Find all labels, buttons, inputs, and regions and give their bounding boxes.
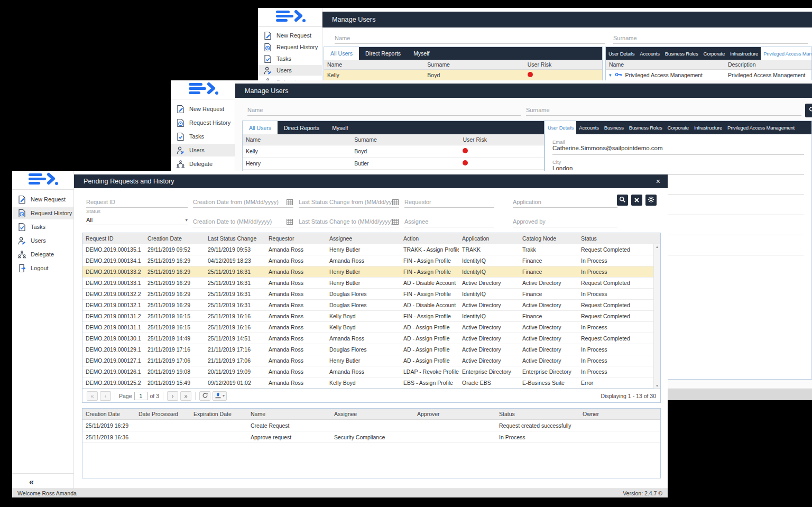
table-row[interactable]: HenryButler [243, 158, 544, 170]
tab-accounts[interactable]: Accounts [637, 47, 662, 60]
table-row[interactable]: DEMO.2019.000129.121/11/2019 17:1621/11/… [82, 344, 660, 355]
sidebar-item-new-request[interactable]: New Request [12, 193, 73, 206]
sidebar-item-tasks[interactable]: Tasks [171, 130, 235, 143]
sidebar-item-logout[interactable]: Logout [12, 262, 73, 274]
filter-input[interactable] [513, 217, 617, 227]
filter-input[interactable] [404, 197, 494, 208]
surname-filter-input[interactable] [526, 105, 801, 116]
cell: E-Business Suite [519, 380, 578, 386]
table-row[interactable]: ▾ Privileged Access Management Privilege… [606, 70, 811, 81]
tab-corporate[interactable]: Corporate [665, 121, 691, 134]
calendar-icon[interactable] [287, 199, 293, 205]
tab-infrastructure[interactable]: Infrastructure [727, 47, 761, 60]
table-row[interactable]: DEMO.2019.000130.125/11/2019 14:4925/11/… [82, 333, 660, 344]
filter-input[interactable] [299, 197, 399, 208]
name-filter-input[interactable] [247, 105, 521, 116]
sidebar-item-delegate[interactable]: Delegate [12, 248, 73, 261]
clear-filters-button[interactable] [631, 195, 642, 206]
filter-field [193, 197, 293, 207]
prev-page-button[interactable]: ‹ [100, 391, 111, 401]
cell: 25/11/2019 14:49 [144, 335, 205, 342]
table-row[interactable]: DEMO.2019.000126.120/11/2019 19:0820/11/… [82, 366, 660, 377]
filter-input[interactable] [193, 197, 293, 208]
sidebar-item-new-request[interactable]: New Request [258, 30, 322, 41]
tab-privileged-access-management[interactable]: Privileged Access Management [725, 121, 797, 134]
tab-business[interactable]: Business [602, 121, 626, 134]
sidebar-item-request-history[interactable]: Request History [171, 116, 235, 129]
table-row[interactable]: DEMO.2019.000133.125/11/2019 16:2925/11/… [82, 278, 660, 289]
tab-privileged-access-management[interactable]: Privileged Access Management [761, 47, 811, 60]
table-row[interactable]: DEMO.2019.000125.220/11/2019 15:4909/12/… [82, 377, 660, 389]
tab-direct-reports[interactable]: Direct Reports [359, 47, 407, 60]
table-row[interactable]: DEMO.2019.000135.129/11/2019 09:5229/11/… [82, 244, 660, 255]
filter-input[interactable] [513, 197, 617, 208]
sidebar-item-users[interactable]: Users [12, 234, 73, 247]
refresh-button[interactable] [199, 391, 210, 401]
table-row[interactable]: DEMO.2019.000133.225/11/2019 16:2925/11/… [82, 266, 660, 278]
name-filter-input[interactable] [335, 33, 605, 44]
table-row[interactable]: DEMO.2019.000134.125/11/2019 16:2904/12/… [82, 255, 660, 266]
table-row[interactable]: DEMO.2019.000131.125/11/2019 16:1525/11/… [82, 322, 660, 333]
calendar-icon[interactable] [287, 218, 293, 225]
table-row[interactable]: 25/11/2019 16:36Approve requestSecurity … [82, 431, 660, 443]
table-row[interactable]: DEMO.2019.000132.225/11/2019 16:2925/11/… [82, 289, 660, 300]
tab-infrastructure[interactable]: Infrastructure [691, 121, 725, 134]
filter-input[interactable] [193, 217, 293, 227]
tab-direct-reports[interactable]: Direct Reports [278, 121, 326, 134]
sidebar-item-users[interactable]: Users [171, 144, 235, 156]
tab-business-roles[interactable]: Business Roles [626, 121, 665, 134]
cell: 25/11/2019 16:29 [144, 269, 205, 275]
filter-input[interactable] [86, 197, 188, 208]
calendar-icon[interactable] [392, 218, 399, 225]
first-page-button[interactable]: « [87, 391, 98, 401]
status-select[interactable]: All ▾ [86, 215, 188, 225]
search-button[interactable] [805, 104, 812, 117]
table-row[interactable]: DEMO.2019.000131.225/11/2019 16:1525/11/… [82, 311, 660, 322]
tab-corporate[interactable]: Corporate [701, 47, 727, 60]
table-row[interactable]: DEMO.2019.000127.121/11/2019 17:0621/11/… [82, 355, 660, 366]
sidebar-item-tasks[interactable]: Tasks [12, 220, 73, 233]
tab-all-users[interactable]: All Users [324, 47, 359, 60]
tab-user-details[interactable]: User Details [606, 47, 637, 60]
calendar-icon[interactable] [392, 199, 399, 205]
page-number-input[interactable] [134, 392, 148, 400]
cell: Amanda Ross [265, 335, 326, 342]
scroll-up-icon[interactable]: ▲ [656, 245, 659, 248]
tab-business-roles[interactable]: Business Roles [662, 47, 701, 60]
export-button[interactable]: ▾ [213, 391, 227, 401]
sidebar-item-request-history[interactable]: Request History [12, 207, 73, 219]
tab-accounts[interactable]: Accounts [576, 121, 601, 134]
tab-myself[interactable]: Myself [407, 47, 436, 60]
filter-input[interactable] [404, 217, 494, 227]
cell: Enterprise Directory [519, 368, 578, 375]
table-row[interactable]: KellyBoyd [324, 70, 602, 81]
surname-filter-input[interactable] [613, 33, 808, 44]
sidebar-item-users[interactable]: Users [258, 65, 322, 76]
close-icon[interactable]: × [656, 178, 660, 185]
sidebar-item-new-request[interactable]: New Request [171, 103, 235, 115]
table-row[interactable]: DEMO.2019.000132.125/11/2019 16:2925/11/… [82, 300, 660, 311]
filter-input[interactable] [299, 217, 399, 227]
sidebar-collapse-button[interactable]: « [12, 473, 73, 487]
cell: TRAKK - Assign Profile [400, 246, 459, 253]
scroll-down-icon[interactable]: ▼ [656, 384, 659, 388]
table-body: KellyBoydHenryButler [243, 145, 544, 170]
tab-user-details[interactable]: User Details [545, 121, 576, 134]
chevron-down-icon[interactable]: ▾ [609, 72, 612, 78]
tab-myself[interactable]: Myself [326, 121, 354, 134]
table-scrollbar[interactable]: ▲ ▼ [653, 244, 660, 389]
clear-x-icon [634, 196, 640, 205]
sidebar-item-request-history[interactable]: Request History [258, 42, 322, 52]
settings-button[interactable] [645, 195, 657, 206]
last-page-button[interactable]: » [180, 391, 191, 401]
sidebar-item-delegate[interactable]: Delegate [171, 158, 235, 170]
table-row[interactable]: 25/11/2019 16:29Create RequestRequest cr… [82, 420, 660, 431]
table-row[interactable]: KellyBoyd [243, 145, 544, 158]
cell: Request Completed [578, 280, 660, 286]
search-button[interactable] [617, 195, 628, 206]
sidebar-item-label: New Request [276, 32, 311, 39]
delegate-icon [17, 250, 26, 259]
sidebar-item-tasks[interactable]: Tasks [258, 53, 322, 64]
tab-all-users[interactable]: All Users [243, 121, 278, 134]
next-page-button[interactable]: › [167, 391, 178, 401]
